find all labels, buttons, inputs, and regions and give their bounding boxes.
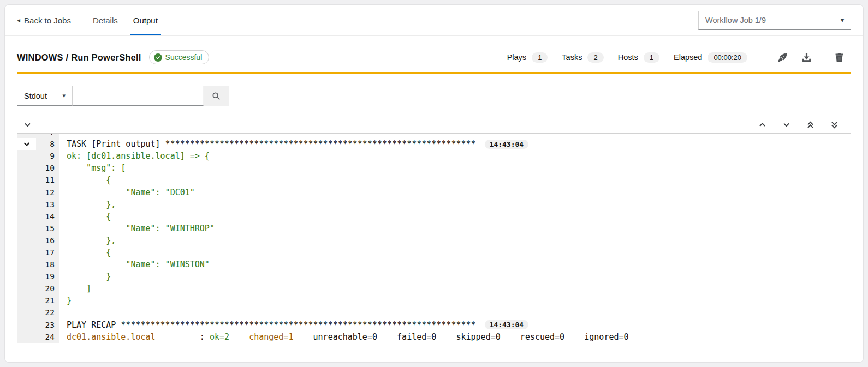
line-collapse-caret-icon[interactable] bbox=[17, 138, 36, 150]
caret-down-icon: ▾ bbox=[841, 16, 844, 24]
line-content: { bbox=[59, 212, 111, 221]
stat-elapsed: Elapsed 00:00:20 bbox=[674, 52, 747, 63]
relaunch-rocket-icon[interactable] bbox=[770, 51, 794, 64]
download-icon[interactable] bbox=[794, 51, 818, 64]
line-number: 19 bbox=[36, 270, 59, 282]
line-content: dc01.ansible.local : ok=2 changed=1 unre… bbox=[59, 332, 629, 342]
workflow-job-select[interactable]: Workflow Job 1/9 ▾ bbox=[698, 11, 851, 30]
line-text-segment: : bbox=[156, 332, 210, 342]
tab-output[interactable]: Output bbox=[126, 5, 165, 35]
line-text-segment: }, bbox=[67, 236, 116, 245]
output-line: 21} bbox=[17, 294, 851, 306]
scroll-to-bottom-icon[interactable] bbox=[822, 118, 846, 132]
output-line: 17 { bbox=[17, 246, 851, 258]
output-line: 7 bbox=[17, 134, 851, 138]
caret-spacer bbox=[17, 306, 36, 318]
line-content: ] bbox=[59, 284, 91, 293]
page-title: WINDOWS / Run PowerShell bbox=[17, 52, 141, 63]
tab-details[interactable]: Details bbox=[85, 5, 126, 35]
timestamp-badge: 14:43:04 bbox=[485, 320, 529, 329]
tab-details-label: Details bbox=[93, 16, 118, 25]
line-number: 21 bbox=[36, 294, 59, 306]
stdout-filter-value: Stdout bbox=[24, 92, 47, 100]
output-line: 14 { bbox=[17, 210, 851, 222]
stdout-filter-select[interactable]: Stdout ▾ bbox=[17, 86, 73, 106]
line-content: { bbox=[59, 248, 111, 257]
search-icon bbox=[212, 92, 221, 100]
stat-plays: Plays 1 bbox=[507, 52, 548, 63]
output-line: 8TASK [Print output] *******************… bbox=[17, 138, 851, 150]
line-text-segment: ok=2 bbox=[210, 332, 229, 342]
caret-down-icon: ▾ bbox=[62, 92, 66, 99]
line-text-segment: "Name": "WINTHROP" bbox=[67, 224, 215, 233]
status-badge: Successful bbox=[149, 50, 210, 64]
line-content: { bbox=[59, 175, 111, 185]
collapse-all-caret-icon[interactable] bbox=[24, 118, 31, 132]
line-text-segment: { bbox=[67, 248, 111, 257]
scroll-controls bbox=[750, 118, 846, 132]
stdout-console[interactable]: 78TASK [Print output] ******************… bbox=[17, 134, 851, 353]
stat-hosts-value: 1 bbox=[644, 52, 659, 63]
line-content: "msg": [ bbox=[59, 163, 126, 173]
caret-spacer bbox=[17, 319, 36, 331]
caret-spacer bbox=[17, 174, 36, 186]
line-number: 13 bbox=[36, 198, 59, 210]
back-arrow-icon: ◂ bbox=[17, 16, 20, 24]
job-header-row: WINDOWS / Run PowerShell Successful Play… bbox=[5, 36, 863, 72]
job-stats: Plays 1 Tasks 2 Hosts 1 Elapsed 00:00:20 bbox=[507, 51, 851, 64]
line-content: }, bbox=[59, 236, 116, 245]
back-to-jobs-link[interactable]: ◂ Back to Jobs bbox=[17, 5, 71, 35]
caret-spacer bbox=[17, 162, 36, 174]
line-number: 17 bbox=[36, 246, 59, 258]
line-text-segment: changed=1 bbox=[249, 332, 293, 342]
search-row: Stdout ▾ bbox=[17, 86, 851, 106]
scroll-next-icon[interactable] bbox=[774, 118, 798, 132]
line-content: } bbox=[59, 296, 72, 305]
line-content: }, bbox=[59, 200, 116, 209]
status-badge-label: Successful bbox=[165, 53, 203, 62]
check-circle-icon bbox=[154, 53, 162, 62]
stat-elapsed-label: Elapsed bbox=[674, 53, 702, 62]
line-text-segment: { bbox=[67, 212, 111, 221]
line-text-segment: "msg": [ bbox=[67, 163, 126, 173]
line-text-segment bbox=[229, 332, 249, 342]
output-line: 15 "Name": "WINTHROP" bbox=[17, 222, 851, 234]
line-text-segment: ok: [dc01.ansible.local] => { bbox=[67, 151, 210, 161]
line-content: } bbox=[59, 272, 111, 281]
line-content: "Name": "WINTHROP" bbox=[59, 224, 215, 233]
output-line: 23PLAY RECAP ***************************… bbox=[17, 319, 851, 331]
line-text-segment: }, bbox=[67, 200, 116, 209]
caret-spacer bbox=[17, 222, 36, 234]
caret-spacer bbox=[17, 331, 36, 343]
caret-spacer bbox=[17, 270, 36, 282]
console-toolbar bbox=[17, 116, 851, 134]
caret-spacer bbox=[17, 198, 36, 210]
output-line: 19 } bbox=[17, 270, 851, 282]
timestamp-badge: 14:43:04 bbox=[485, 140, 529, 149]
stat-tasks-label: Tasks bbox=[562, 53, 582, 62]
output-line: 24dc01.ansible.local : ok=2 changed=1 un… bbox=[17, 331, 851, 343]
search-button[interactable] bbox=[204, 86, 229, 106]
job-output-panel: ◂ Back to Jobs Details Output Workflow J… bbox=[4, 4, 864, 363]
output-line: 22 bbox=[17, 306, 851, 318]
tab-output-label: Output bbox=[133, 16, 158, 25]
back-to-jobs-label: Back to Jobs bbox=[24, 16, 71, 25]
delete-trash-icon[interactable] bbox=[827, 51, 851, 64]
stat-hosts-label: Hosts bbox=[618, 53, 638, 62]
line-text-segment: unreachable=0 failed=0 skipped=0 rescued… bbox=[293, 332, 628, 342]
line-number: 22 bbox=[36, 306, 59, 318]
line-text-segment: TASK [Print output] ********************… bbox=[67, 139, 476, 149]
line-number: 8 bbox=[36, 138, 59, 150]
output-line: 16 }, bbox=[17, 234, 851, 246]
output-line: 9ok: [dc01.ansible.local] => { bbox=[17, 150, 851, 162]
search-input[interactable] bbox=[73, 86, 204, 106]
scroll-to-top-icon[interactable] bbox=[798, 118, 822, 132]
caret-spacer bbox=[17, 234, 36, 246]
scroll-previous-icon[interactable] bbox=[750, 118, 774, 132]
output-line: 20 ] bbox=[17, 282, 851, 294]
stat-plays-label: Plays bbox=[507, 53, 526, 62]
line-number: 15 bbox=[36, 222, 59, 234]
output-line: 18 "Name": "WINSTON" bbox=[17, 258, 851, 270]
line-text-segment: } bbox=[67, 296, 72, 305]
caret-spacer bbox=[17, 258, 36, 270]
